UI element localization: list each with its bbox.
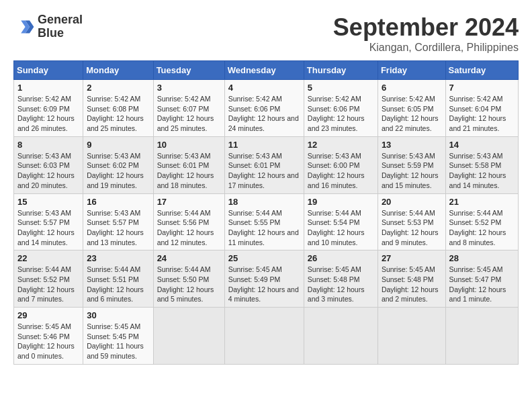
day-info: Sunrise: 5:45 AMSunset: 5:47 PMDaylight:… [449,265,506,303]
list-item: 11 Sunrise: 5:43 AMSunset: 6:01 PMDaylig… [224,136,304,193]
list-item: 25 Sunrise: 5:45 AMSunset: 5:49 PMDaylig… [224,250,304,308]
day-number: 7 [449,83,515,93]
list-item [153,308,224,365]
day-info: Sunrise: 5:43 AMSunset: 6:00 PMDaylight:… [308,152,365,189]
day-number: 21 [449,197,515,207]
day-number: 22 [17,253,79,263]
list-item: 29 Sunrise: 5:45 AMSunset: 5:46 PMDaylig… [14,308,83,365]
day-number: 26 [308,253,374,263]
day-info: Sunrise: 5:43 AMSunset: 6:01 PMDaylight:… [228,152,299,189]
day-number: 3 [157,83,221,93]
day-number: 11 [228,140,300,150]
list-item: 20 Sunrise: 5:44 AMSunset: 5:53 PMDaylig… [378,193,445,250]
day-number: 4 [228,83,300,93]
list-item: 18 Sunrise: 5:44 AMSunset: 5:55 PMDaylig… [224,193,304,250]
header-row: Sunday Monday Tuesday Wednesday Thursday… [14,61,519,80]
logo-text: General Blue [38,13,83,40]
day-number: 28 [449,253,515,263]
day-number: 1 [17,83,79,93]
day-number: 5 [308,83,374,93]
day-number: 20 [382,197,442,207]
day-number: 19 [308,197,374,207]
day-info: Sunrise: 5:45 AMSunset: 5:46 PMDaylight:… [17,322,75,360]
list-item: 28 Sunrise: 5:45 AMSunset: 5:47 PMDaylig… [445,250,518,308]
day-info: Sunrise: 5:42 AMSunset: 6:05 PMDaylight:… [382,95,439,132]
list-item: 3 Sunrise: 5:42 AMSunset: 6:07 PMDayligh… [153,80,224,137]
table-row: 1 Sunrise: 5:42 AMSunset: 6:09 PMDayligh… [14,80,519,137]
day-info: Sunrise: 5:42 AMSunset: 6:08 PMDaylight:… [87,95,144,132]
day-number: 2 [87,83,149,93]
table-row: 15 Sunrise: 5:43 AMSunset: 5:57 PMDaylig… [14,193,519,250]
day-info: Sunrise: 5:44 AMSunset: 5:50 PMDaylight:… [157,265,214,303]
day-number: 12 [308,140,374,150]
day-number: 8 [17,140,79,150]
list-item: 14 Sunrise: 5:43 AMSunset: 5:58 PMDaylig… [445,136,518,193]
list-item [445,308,518,365]
logo-icon [13,16,35,38]
day-info: Sunrise: 5:43 AMSunset: 5:57 PMDaylight:… [17,209,75,246]
title-block: September 2024 Kiangan, Cordillera, Phil… [333,13,519,54]
table-row: 8 Sunrise: 5:43 AMSunset: 6:03 PMDayligh… [14,136,519,193]
day-number: 30 [87,310,149,320]
list-item: 19 Sunrise: 5:44 AMSunset: 5:54 PMDaylig… [304,193,378,250]
list-item: 12 Sunrise: 5:43 AMSunset: 6:00 PMDaylig… [304,136,378,193]
list-item: 8 Sunrise: 5:43 AMSunset: 6:03 PMDayligh… [14,136,83,193]
list-item [378,308,445,365]
day-info: Sunrise: 5:42 AMSunset: 6:06 PMDaylight:… [228,95,299,132]
table-row: 22 Sunrise: 5:44 AMSunset: 5:52 PMDaylig… [14,250,519,308]
col-sunday: Sunday [14,61,83,80]
list-item: 15 Sunrise: 5:43 AMSunset: 5:57 PMDaylig… [14,193,83,250]
list-item: 27 Sunrise: 5:45 AMSunset: 5:48 PMDaylig… [378,250,445,308]
logo: General Blue [13,13,83,40]
day-number: 29 [17,310,79,320]
day-info: Sunrise: 5:44 AMSunset: 5:51 PMDaylight:… [87,265,144,303]
col-wednesday: Wednesday [224,61,304,80]
calendar-table: Sunday Monday Tuesday Wednesday Thursday… [13,60,519,365]
day-info: Sunrise: 5:44 AMSunset: 5:52 PMDaylight:… [449,209,506,246]
list-item: 21 Sunrise: 5:44 AMSunset: 5:52 PMDaylig… [445,193,518,250]
day-number: 18 [228,197,300,207]
page-header: General Blue September 2024 Kiangan, Cor… [13,13,519,54]
list-item: 10 Sunrise: 5:43 AMSunset: 6:01 PMDaylig… [153,136,224,193]
day-info: Sunrise: 5:42 AMSunset: 6:07 PMDaylight:… [157,95,214,132]
day-info: Sunrise: 5:45 AMSunset: 5:45 PMDaylight:… [87,322,144,360]
col-friday: Friday [378,61,445,80]
day-info: Sunrise: 5:43 AMSunset: 6:01 PMDaylight:… [157,152,214,189]
day-info: Sunrise: 5:44 AMSunset: 5:54 PMDaylight:… [308,209,365,246]
day-info: Sunrise: 5:44 AMSunset: 5:55 PMDaylight:… [228,209,299,246]
day-number: 27 [382,253,442,263]
col-tuesday: Tuesday [153,61,224,80]
day-info: Sunrise: 5:44 AMSunset: 5:56 PMDaylight:… [157,209,214,246]
day-number: 10 [157,140,221,150]
list-item: 4 Sunrise: 5:42 AMSunset: 6:06 PMDayligh… [224,80,304,137]
day-info: Sunrise: 5:45 AMSunset: 5:49 PMDaylight:… [228,265,299,303]
day-info: Sunrise: 5:43 AMSunset: 6:02 PMDaylight:… [87,152,144,189]
list-item [224,308,304,365]
day-number: 25 [228,253,300,263]
day-info: Sunrise: 5:45 AMSunset: 5:48 PMDaylight:… [308,265,365,303]
day-number: 17 [157,197,221,207]
col-saturday: Saturday [445,61,518,80]
list-item: 16 Sunrise: 5:43 AMSunset: 5:57 PMDaylig… [83,193,153,250]
month-title: September 2024 [333,13,519,42]
day-info: Sunrise: 5:45 AMSunset: 5:48 PMDaylight:… [382,265,439,303]
list-item: 22 Sunrise: 5:44 AMSunset: 5:52 PMDaylig… [14,250,83,308]
day-number: 15 [17,197,79,207]
day-number: 16 [87,197,149,207]
day-info: Sunrise: 5:42 AMSunset: 6:06 PMDaylight:… [308,95,365,132]
day-number: 14 [449,140,515,150]
list-item: 7 Sunrise: 5:42 AMSunset: 6:04 PMDayligh… [445,80,518,137]
day-info: Sunrise: 5:42 AMSunset: 6:09 PMDaylight:… [17,95,75,132]
list-item: 24 Sunrise: 5:44 AMSunset: 5:50 PMDaylig… [153,250,224,308]
list-item: 17 Sunrise: 5:44 AMSunset: 5:56 PMDaylig… [153,193,224,250]
day-number: 6 [382,83,442,93]
day-info: Sunrise: 5:43 AMSunset: 5:58 PMDaylight:… [449,152,506,189]
list-item: 6 Sunrise: 5:42 AMSunset: 6:05 PMDayligh… [378,80,445,137]
table-row: 29 Sunrise: 5:45 AMSunset: 5:46 PMDaylig… [14,308,519,365]
list-item: 13 Sunrise: 5:43 AMSunset: 5:59 PMDaylig… [378,136,445,193]
location-title: Kiangan, Cordillera, Philippines [333,42,519,54]
day-info: Sunrise: 5:44 AMSunset: 5:52 PMDaylight:… [17,265,75,303]
list-item [304,308,378,365]
day-info: Sunrise: 5:43 AMSunset: 6:03 PMDaylight:… [17,152,75,189]
day-number: 13 [382,140,442,150]
